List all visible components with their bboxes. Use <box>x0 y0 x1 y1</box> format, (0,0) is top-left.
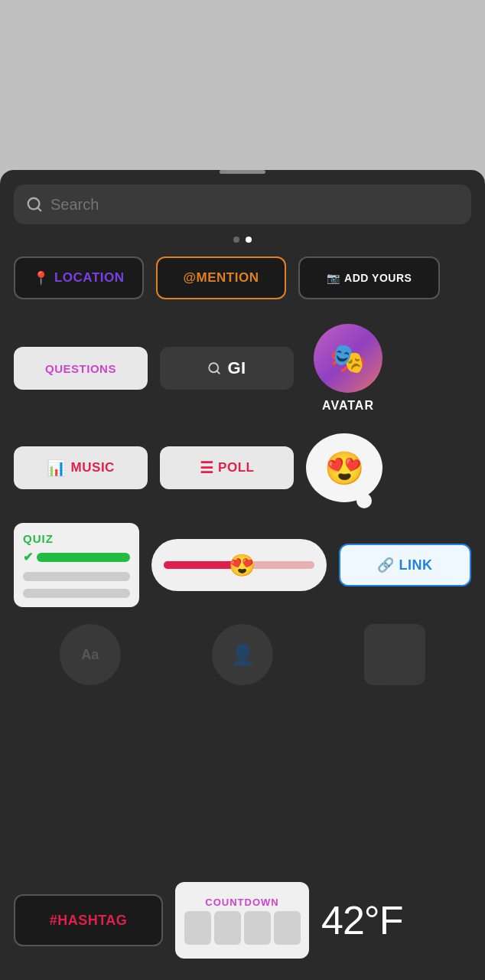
page-dots <box>14 237 471 243</box>
sticker-addyours[interactable]: 📷 ADD YOURS <box>298 256 440 299</box>
slider-emoji: 😍 <box>229 553 256 578</box>
countdown-blocks <box>184 911 301 945</box>
sticker-link[interactable]: 🔗 LINK <box>339 544 471 586</box>
faded-aa-text: Aa <box>81 647 99 663</box>
svg-line-3 <box>217 371 220 373</box>
row-1: 📍 LOCATION @MENTION 📷 ADD YOURS <box>14 256 471 299</box>
countdown-block-4 <box>274 911 301 945</box>
sticker-avatar[interactable]: 🎭 AVATAR <box>306 324 390 413</box>
sticker-gif[interactable]: GI <box>160 347 294 390</box>
gif-label: GI <box>227 358 246 378</box>
search-bar[interactable] <box>14 185 471 224</box>
sticker-temp[interactable]: 42°F <box>321 897 402 943</box>
quiz-check-icon: ✔ <box>23 550 34 564</box>
music-label: MUSIC <box>71 460 115 475</box>
sticker-countdown[interactable]: COUNTDOWN <box>175 882 309 959</box>
search-icon-gif <box>207 361 221 375</box>
sticker-panel: 📍 LOCATION @MENTION 📷 ADD YOURS QUESTION… <box>0 170 485 980</box>
countdown-block-2 <box>214 911 241 945</box>
sticker-music[interactable]: 📊 MUSIC <box>14 446 148 489</box>
search-icon <box>26 196 43 213</box>
countdown-block-1 <box>184 911 211 945</box>
poll-icon: ☰ <box>200 459 214 477</box>
link-icon: 🔗 <box>377 557 395 573</box>
avatar-label: AVATAR <box>322 399 374 413</box>
dot-2 <box>246 237 252 243</box>
countdown-label: COUNTDOWN <box>205 897 278 908</box>
svg-line-1 <box>37 207 41 211</box>
location-icon: 📍 <box>33 270 50 286</box>
drag-handle[interactable] <box>220 170 265 174</box>
quiz-bar-row: ✔ <box>23 550 130 564</box>
sticker-hashtag[interactable]: #HASHTAG <box>14 894 163 946</box>
emoji-bubble-emoji: 😍 <box>324 449 364 487</box>
sticker-mention[interactable]: @MENTION <box>156 256 286 299</box>
sticker-questions[interactable]: QUESTIONS <box>14 347 148 390</box>
hashtag-label: #HASHTAG <box>50 913 128 929</box>
row-2: QUESTIONS GI 🎭 AVATAR <box>14 324 471 413</box>
countdown-block-3 <box>244 911 271 945</box>
sticker-location[interactable]: 📍 LOCATION <box>14 256 144 299</box>
music-icon: 📊 <box>47 459 67 477</box>
bottom-row: #HASHTAG COUNTDOWN 42°F <box>14 882 471 959</box>
addyours-icon: 📷 <box>327 272 340 284</box>
poll-label: POLL <box>218 460 254 475</box>
quiz-label: QUIZ <box>23 532 54 545</box>
quiz-bar-gray-1 <box>23 572 130 581</box>
faded-circle-2: 👤 <box>212 624 273 685</box>
sticker-quiz[interactable]: QUIZ ✔ <box>14 523 139 607</box>
dot-1 <box>233 237 239 243</box>
avatar-emoji: 🎭 <box>330 341 366 375</box>
faded-icon-2: 👤 <box>230 643 255 667</box>
avatar-circle: 🎭 <box>314 324 382 393</box>
stickers-grid: 📍 LOCATION @MENTION 📷 ADD YOURS QUESTION… <box>14 256 471 685</box>
link-label: LINK <box>399 557 433 573</box>
quiz-bar-gray-2 <box>23 589 130 598</box>
sticker-poll[interactable]: ☰ POLL <box>160 446 294 489</box>
sticker-slider[interactable]: 😍 <box>151 539 327 591</box>
faded-row: Aa 👤 <box>14 624 471 685</box>
sticker-emoji-bubble[interactable]: 😍 <box>306 433 382 502</box>
row-4: QUIZ ✔ 😍 🔗 LINK <box>14 523 471 607</box>
faded-text-circle: Aa <box>60 624 121 685</box>
mention-label: @MENTION <box>184 270 259 286</box>
questions-label: QUESTIONS <box>45 362 116 375</box>
quiz-bar-green <box>37 553 130 562</box>
location-label: LOCATION <box>54 270 125 286</box>
top-gray-area <box>0 0 485 161</box>
row-3: 📊 MUSIC ☰ POLL 😍 <box>14 433 471 502</box>
search-input[interactable] <box>50 196 459 214</box>
addyours-label: ADD YOURS <box>344 272 412 284</box>
faded-rect <box>364 624 425 685</box>
